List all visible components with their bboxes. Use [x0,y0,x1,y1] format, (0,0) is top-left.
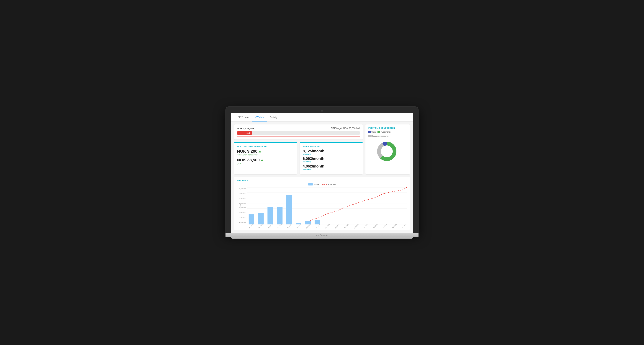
top-row: NOK 2,437,500 FIRE target: NOK 20,000,00… [234,124,410,174]
chart-card: FIRE AMOUNT Actual Forecast [234,177,410,230]
stats-row: YOUR PORTFOLIO CHANGED WITH NOK 9,200 (S… [234,142,363,174]
laptop-foot [231,237,413,239]
retire-amount-1: 8,125/month [303,149,360,153]
retirement-dot [368,135,370,137]
tab-fire-data[interactable]: FIRE data [235,113,252,121]
investments-dot [378,131,380,133]
y-axis: 3,100,000 3,000,000 2,900,000 2,800,000 … [237,187,247,227]
forecast-end-dot [406,187,407,188]
y-label-0: 2,400,000 [237,221,247,223]
screen: FIRE data NW data Activity NOK 2,437 [231,113,413,233]
app-container: FIRE data NW data Activity NOK 2,437 [231,113,413,233]
legend: Cash Investments Retirement accounts [368,131,407,137]
chart-svg [247,187,407,224]
progress-percentage: 12.2% [246,132,251,134]
actual-label: Actual [314,183,320,185]
legend-retirement: Retirement accounts [368,135,388,137]
legend-investments: Investments [378,131,390,133]
svg-point-3 [381,146,392,157]
y-axis-unit-label: NOK [240,203,241,206]
arrow-up-ytd-icon [261,159,263,161]
portfolio-composition-card: PORTFOLIO COMPOSITION Cash Investments [366,124,410,174]
target-value: FIRE target: NOK 20,000,000 [331,127,360,130]
laptop-base [226,233,418,237]
bar-may2019 [268,207,273,224]
tab-bar: FIRE data NW data Activity [231,113,413,121]
bar-jul2019 [286,195,292,224]
chart-legend: Actual Forecast [237,183,407,185]
forecast-swatch [322,184,327,185]
bar-jun2019 [277,207,282,224]
portfolio-title: PORTFOLIO COMPOSITION [368,127,395,129]
bar-mar2019 [249,214,254,224]
investments-label: Investments [380,131,390,133]
forecast-line [308,187,407,221]
tab-nw-data[interactable]: NW data [252,113,267,121]
since-last-label: (SINCE LAST REPORTING) [237,154,294,156]
legend-actual: Actual [308,183,320,185]
y-label-6: 3,000,000 [237,193,247,194]
retire-card: RETIRE TODAY WITH 8,125/month (4% SWR) 6… [300,142,363,174]
screen-bezel: FIRE data NW data Activity NOK 2,437 [226,106,418,233]
retirement-label: Retirement accounts [371,135,388,137]
retire-label-2: (3% SWR) [303,161,360,163]
bar-apr2019 [258,213,264,224]
y-label-1: 2,500,000 [237,217,247,218]
retire-label-1: (4% SWR) [303,153,360,155]
chart-wrapper: 3,100,000 3,000,000 2,900,000 2,800,000 … [237,187,407,227]
legend-forecast: Forecast [322,183,336,185]
arrow-up-icon [258,150,261,152]
retire-row-2: 6,093/month (3% SWR) [303,157,360,163]
laptop-frame: FIRE data NW data Activity NOK 2,437 [226,106,418,239]
retire-amount-2: 6,093/month [303,157,360,161]
y-label-5: 2,900,000 [237,198,247,199]
portfolio-since-last-value: NOK 9,200 [237,149,294,154]
cash-dot [368,131,370,133]
legend-cash: Cash [368,131,376,133]
retire-label-3: (2% SWR) [303,168,360,170]
retire-amount-3: 4,062/month [303,164,360,168]
y-label-3: 2,700,000 [237,207,247,209]
progress-divider [237,136,360,137]
tab-activity[interactable]: Activity [267,113,280,121]
y-label-2: 2,600,000 [237,212,247,214]
ytd-label: (YTD) [237,163,294,165]
chart-title: FIRE AMOUNT [237,180,407,181]
forecast-label: Forecast [328,183,336,185]
retire-row-3: 4,062/month (2% SWR) [303,164,360,170]
current-value: NOK 2,437,500 [237,127,254,130]
y-label-7: 3,100,000 [237,188,247,190]
portfolio-ytd-value: NOK 33,500 [237,158,294,162]
portfolio-change-card: YOUR PORTFOLIO CHANGED WITH NOK 9,200 (S… [234,142,297,174]
actual-swatch [308,183,313,185]
retire-row-1: 8,125/month (4% SWR) [303,149,360,155]
main-content: NOK 2,437,500 FIRE target: NOK 20,000,00… [231,121,413,233]
chart-plot: Mar 2019 Apr 2019 May 2019 Jun 2019 Jul … [247,187,407,227]
progress-card: NOK 2,437,500 FIRE target: NOK 20,000,00… [234,124,363,139]
y-label-4: 2,800,000 [237,202,247,204]
portfolio-change-title: YOUR PORTFOLIO CHANGED WITH [237,145,294,147]
progress-bar: 12.2% [237,131,360,135]
camera [321,110,323,112]
x-axis: Mar 2019 Apr 2019 May 2019 Jun 2019 Jul … [247,226,407,227]
retire-title: RETIRE TODAY WITH [303,145,360,147]
cash-label: Cash [371,131,376,133]
progress-fill: 12.2% [237,131,252,135]
donut-chart [376,140,400,164]
